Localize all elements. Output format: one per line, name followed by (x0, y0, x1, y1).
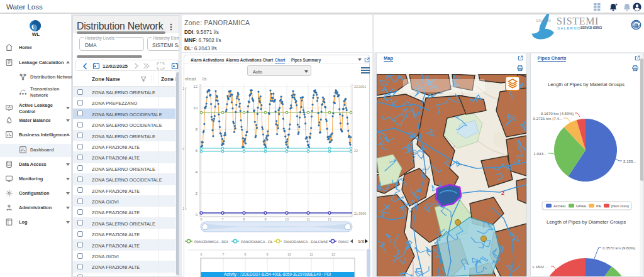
svg-text:PANORAMICA - DDI: PANORAMICA - DDI (194, 240, 228, 244)
svg-text:SERVIZI IDRICI: SERVIZI IDRICI (580, 26, 602, 30)
svg-text:6: 6 (196, 149, 198, 153)
svg-text:nhead: nhead (185, 77, 196, 81)
svg-text:7: 7 (222, 253, 224, 256)
svg-text:1.1602 ...: 1.1602 ... (532, 264, 548, 269)
svg-text:l/s: l/s (203, 77, 206, 81)
svg-text:10: 10 (285, 217, 289, 221)
svg-text:PANORAMICA - DL: PANORAMICA - DL (241, 240, 274, 244)
svg-text:PE: PE (596, 204, 601, 208)
svg-text:6: 6 (200, 217, 202, 221)
svg-text:Activity : 72DEDDD7-B254-401E-: Activity : 72DEDDD7-B254-401E-8059-3E297… (224, 272, 331, 277)
svg-text:2: 2 (501, 190, 504, 196)
svg-text:PANO: PANO (338, 240, 348, 244)
svg-text:SALERNO: SALERNO (557, 26, 581, 30)
svg-text:9: 9 (264, 217, 266, 221)
svg-text:21.9999: 21.9999 (354, 212, 366, 215)
svg-text:12: 12 (328, 217, 331, 221)
svg-text:8: 8 (243, 217, 245, 221)
svg-text:9: 9 (266, 253, 268, 256)
svg-text:2: 2 (196, 192, 198, 195)
svg-text:22: 22 (354, 149, 358, 153)
svg-text:10: 10 (193, 106, 197, 110)
svg-text:7: 7 (221, 217, 223, 221)
svg-text:PDF: PDF (634, 68, 638, 71)
svg-text:[Non noto]: [Non noto] (611, 204, 629, 208)
svg-text:2.159...: 2.159... (623, 159, 636, 163)
svg-text:PDF: PDF (519, 68, 523, 71)
svg-text:1: 1 (182, 207, 184, 210)
svg-text:11: 11 (306, 217, 310, 221)
svg-text:Acciaio: Acciaio (553, 204, 566, 208)
svg-text:22.0001: 22.0001 (354, 85, 366, 89)
svg-text:8: 8 (196, 128, 198, 131)
svg-text:1/3: 1/3 (358, 239, 364, 244)
svg-text:12: 12 (331, 253, 335, 256)
svg-text:8: 8 (244, 253, 246, 256)
svg-text:PANORAMICA - DALCMNF: PANORAMICA - DALCMNF (284, 240, 329, 244)
svg-text:0.3570 km (9.80%): 0.3570 km (9.80%) (602, 246, 635, 250)
svg-text:Ghisa: Ghisa (576, 204, 586, 208)
svg-text:4: 4 (196, 170, 198, 174)
svg-text:Length of Pipes by Diameter Gr: Length of Pipes by Diameter Groups (546, 219, 625, 225)
svg-text:0: 0 (196, 213, 198, 217)
svg-text:12: 12 (193, 85, 197, 89)
svg-text:10: 10 (287, 253, 291, 256)
svg-text:0: 0 (182, 147, 184, 151)
svg-text:GRUPPO: GRUPPO (536, 19, 551, 23)
svg-text:1.043...: 1.043... (533, 151, 547, 156)
svg-text:11: 11 (309, 253, 313, 256)
svg-text:Length of Pipes by Material Gr: Length of Pipes by Material Groups (547, 82, 624, 87)
svg-text:1: 1 (182, 87, 184, 90)
svg-text:6: 6 (200, 253, 202, 256)
svg-text:0.1670 km (4.59%): 0.1670 km (4.59%) (540, 111, 573, 116)
svg-text:0.2721 km (7.4...: 0.2721 km (7.4... (533, 116, 562, 121)
svg-text:SISTEMI: SISTEMI (557, 16, 599, 26)
